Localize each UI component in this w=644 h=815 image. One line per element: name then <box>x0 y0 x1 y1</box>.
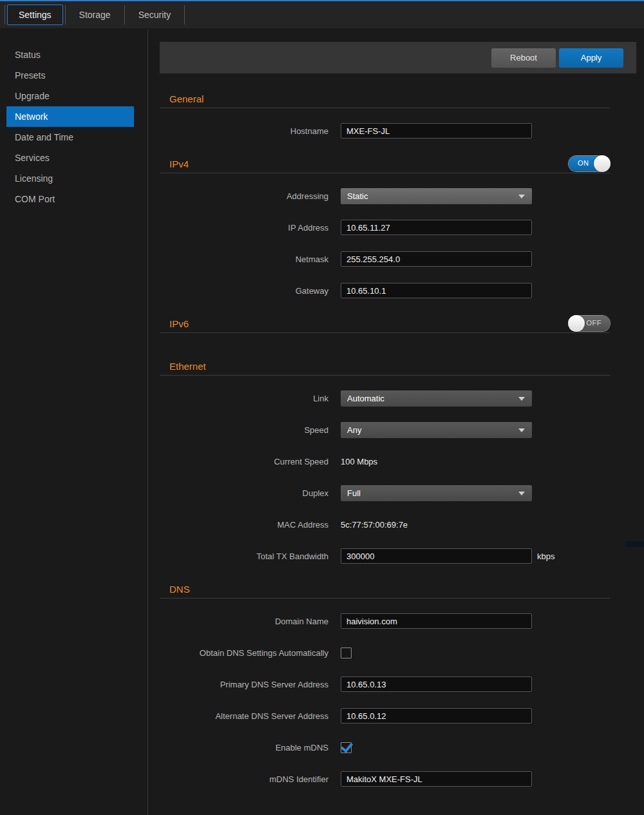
ethernet-section-title: Ethernet <box>169 361 206 372</box>
hostname-label: Hostname <box>160 126 341 136</box>
chevron-down-icon <box>518 428 525 432</box>
sidebar-item-network[interactable]: Network <box>6 106 134 127</box>
duplex-label: Duplex <box>160 488 341 498</box>
obtain-dns-row: Obtain DNS Settings Automatically <box>160 645 636 660</box>
tx-bandwidth-label: Total TX Bandwidth <box>160 551 341 561</box>
ipv6-section-header: IPv6 OFF <box>160 314 636 332</box>
obtain-dns-label: Obtain DNS Settings Automatically <box>160 648 341 658</box>
netmask-row: Netmask <box>160 251 636 267</box>
tx-bandwidth-input[interactable] <box>341 548 532 564</box>
speed-row: Speed Any <box>160 422 636 437</box>
sidebar-item-services[interactable]: Services <box>0 148 147 168</box>
tab-divider <box>184 5 185 24</box>
chevron-down-icon <box>518 397 525 401</box>
domain-name-row: Domain Name <box>160 613 636 629</box>
speed-selected-value: Any <box>347 425 361 435</box>
toggle-knob <box>594 155 611 172</box>
domain-name-input[interactable] <box>341 613 532 629</box>
chevron-down-icon <box>518 492 525 495</box>
ipv4-section-header: IPv4 ON <box>160 155 636 173</box>
tab-storage[interactable]: Storage <box>68 5 122 25</box>
mac-address-row: MAC Address 5c:77:57:00:69:7e <box>160 517 636 532</box>
sidebar-item-com-port[interactable]: COM Port <box>0 189 147 209</box>
hostname-input[interactable] <box>341 123 532 139</box>
tab-bar: Settings Storage Security <box>0 0 644 28</box>
reboot-button[interactable]: Reboot <box>491 48 556 68</box>
general-section-title: General <box>169 93 204 104</box>
primary-dns-input[interactable] <box>341 676 532 692</box>
ipv6-toggle[interactable]: OFF <box>569 316 610 331</box>
primary-dns-row: Primary DNS Server Address <box>160 676 636 692</box>
gateway-label: Gateway <box>160 286 341 296</box>
enable-mdns-checkbox[interactable] <box>341 742 352 753</box>
hostname-row: Hostname <box>160 123 636 139</box>
tx-bandwidth-row: Total TX Bandwidth kbps <box>160 548 636 564</box>
tx-bandwidth-unit: kbps <box>537 551 554 561</box>
tab-divider <box>5 5 5 24</box>
network-settings-page: Reboot Apply General Hostname IPv4 ON Ad… <box>160 30 636 803</box>
action-toolbar: Reboot Apply <box>160 42 636 73</box>
current-speed-row: Current Speed 100 Mbps <box>160 454 636 469</box>
mac-address-value: 5c:77:57:00:69:7e <box>341 520 408 530</box>
current-speed-label: Current Speed <box>160 457 341 466</box>
tab-security[interactable]: Security <box>127 5 183 25</box>
dns-section-title: DNS <box>169 584 190 595</box>
enable-mdns-row: Enable mDNS <box>160 740 636 755</box>
alternate-dns-label: Alternate DNS Server Address <box>160 711 341 721</box>
sidebar-item-presets[interactable]: Presets <box>0 65 147 86</box>
link-dropdown[interactable]: Automatic <box>341 390 532 407</box>
sidebar-item-date-and-time[interactable]: Date and Time <box>0 127 147 148</box>
sidebar-item-status[interactable]: Status <box>0 44 147 65</box>
sidebar-item-licensing[interactable]: Licensing <box>0 168 147 189</box>
ip-address-row: IP Address <box>160 220 636 235</box>
netmask-label: Netmask <box>160 254 341 264</box>
ethernet-section-header: Ethernet <box>160 357 636 375</box>
link-selected-value: Automatic <box>347 394 384 403</box>
ip-address-input[interactable] <box>341 220 532 235</box>
sidebar-nav: Status Presets Upgrade Network Date and … <box>0 30 148 815</box>
duplex-selected-value: Full <box>347 488 361 498</box>
sidebar-item-upgrade[interactable]: Upgrade <box>0 86 147 106</box>
speed-label: Speed <box>160 425 341 435</box>
netmask-input[interactable] <box>341 251 532 267</box>
mac-address-label: MAC Address <box>160 520 341 530</box>
link-row: Link Automatic <box>160 390 636 406</box>
addressing-selected-value: Static <box>347 191 368 201</box>
dns-section-header: DNS <box>160 580 636 598</box>
alternate-dns-row: Alternate DNS Server Address <box>160 708 636 724</box>
tab-divider <box>65 5 66 24</box>
alternate-dns-input[interactable] <box>341 708 532 724</box>
duplex-row: Duplex Full <box>160 485 636 501</box>
gateway-input[interactable] <box>341 283 532 298</box>
speed-dropdown[interactable]: Any <box>341 422 532 438</box>
section-divider <box>160 332 610 333</box>
tab-divider <box>124 5 125 24</box>
primary-dns-label: Primary DNS Server Address <box>160 680 341 689</box>
ipv4-section-title: IPv4 <box>169 158 189 169</box>
mdns-identifier-input[interactable] <box>341 771 532 787</box>
toggle-knob <box>568 315 585 332</box>
general-section-header: General <box>160 90 636 108</box>
enable-mdns-label: Enable mDNS <box>160 743 341 753</box>
chevron-down-icon <box>518 195 525 198</box>
gateway-row: Gateway <box>160 283 636 298</box>
link-label: Link <box>160 394 341 403</box>
current-speed-value: 100 Mbps <box>341 457 377 466</box>
scrollbar-thumb[interactable] <box>625 541 644 547</box>
duplex-dropdown[interactable]: Full <box>341 485 532 501</box>
addressing-row: Addressing Static <box>160 188 636 204</box>
mdns-identifier-label: mDNS Identifier <box>160 774 341 784</box>
ip-address-label: IP Address <box>160 223 341 233</box>
addressing-label: Addressing <box>160 191 341 201</box>
ipv6-toggle-label: OFF <box>587 319 602 327</box>
apply-button[interactable]: Apply <box>559 48 623 68</box>
ipv6-section-title: IPv6 <box>169 318 189 329</box>
domain-name-label: Domain Name <box>160 617 341 626</box>
addressing-dropdown[interactable]: Static <box>341 188 532 204</box>
mdns-identifier-row: mDNS Identifier <box>160 771 636 787</box>
ipv4-toggle[interactable]: ON <box>569 156 610 171</box>
ipv4-toggle-label: ON <box>578 159 589 167</box>
tab-settings[interactable]: Settings <box>7 5 63 25</box>
obtain-dns-checkbox[interactable] <box>341 647 352 658</box>
